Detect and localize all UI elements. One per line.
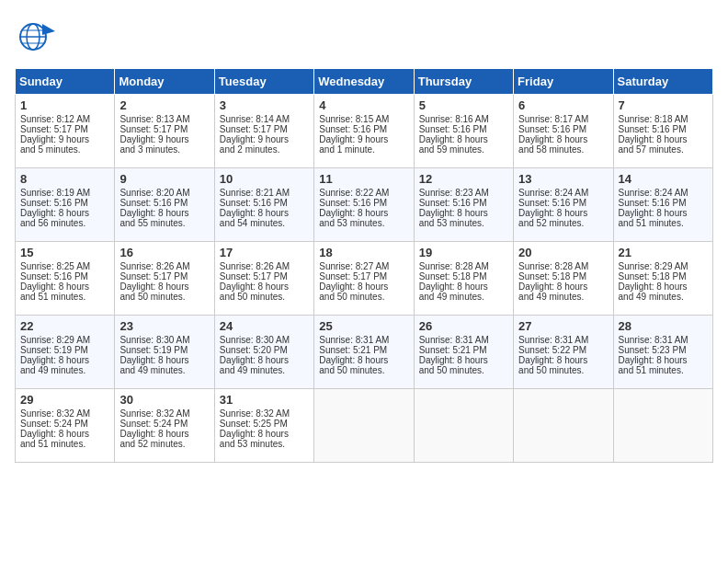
day-info: Sunset: 5:16 PM [20, 271, 109, 282]
day-number: 11 [319, 172, 408, 186]
day-info: Daylight: 9 hours [319, 134, 408, 144]
calendar-cell: 13Sunrise: 8:24 AMSunset: 5:16 PMDayligh… [514, 168, 613, 242]
day-info: and 49 minutes. [20, 365, 109, 375]
day-info: Daylight: 8 hours [419, 134, 508, 144]
calendar-cell: 16Sunrise: 8:26 AMSunset: 5:17 PMDayligh… [115, 242, 214, 316]
day-info: and 50 minutes. [419, 365, 508, 375]
day-info: and 50 minutes. [518, 365, 608, 375]
day-info: Sunrise: 8:22 AM [319, 188, 408, 198]
day-info: and 50 minutes. [319, 365, 408, 375]
day-info: and 59 minutes. [419, 144, 508, 155]
day-info: Sunrise: 8:26 AM [220, 261, 309, 271]
day-info: and 52 minutes. [518, 218, 608, 228]
day-info: Daylight: 8 hours [518, 208, 608, 218]
day-info: Sunrise: 8:20 AM [119, 188, 209, 198]
calendar-cell: 25Sunrise: 8:31 AMSunset: 5:21 PMDayligh… [314, 316, 414, 389]
day-info: Daylight: 8 hours [518, 355, 608, 365]
calendar-cell [613, 389, 712, 463]
calendar-cell: 17Sunrise: 8:26 AMSunset: 5:17 PMDayligh… [214, 242, 313, 316]
day-info: Sunset: 5:16 PM [518, 124, 608, 134]
day-info: Sunset: 5:17 PM [20, 124, 109, 134]
calendar-cell: 1Sunrise: 8:12 AMSunset: 5:17 PMDaylight… [16, 95, 115, 168]
calendar-cell: 14Sunrise: 8:24 AMSunset: 5:16 PMDayligh… [613, 168, 712, 242]
day-number: 29 [20, 393, 109, 407]
calendar-cell: 21Sunrise: 8:29 AMSunset: 5:18 PMDayligh… [613, 242, 712, 316]
day-info: Sunset: 5:16 PM [518, 198, 608, 208]
day-info: Daylight: 8 hours [220, 282, 309, 292]
calendar-cell: 29Sunrise: 8:32 AMSunset: 5:24 PMDayligh… [16, 389, 115, 463]
day-number: 9 [119, 172, 209, 186]
day-info: and 56 minutes. [20, 218, 109, 228]
day-info: Sunrise: 8:31 AM [619, 335, 708, 345]
day-info: and 1 minute. [319, 144, 408, 155]
day-info: and 5 minutes. [20, 144, 109, 155]
logo-icon [15, 15, 59, 59]
day-info: Sunset: 5:22 PM [518, 345, 608, 355]
day-number: 4 [319, 98, 408, 112]
day-number: 28 [619, 319, 708, 333]
calendar-cell: 8Sunrise: 8:19 AMSunset: 5:16 PMDaylight… [16, 168, 115, 242]
calendar-cell: 7Sunrise: 8:18 AMSunset: 5:16 PMDaylight… [613, 95, 712, 168]
day-info: Sunrise: 8:19 AM [20, 188, 109, 198]
day-info: Daylight: 8 hours [619, 282, 708, 292]
calendar-cell: 3Sunrise: 8:14 AMSunset: 5:17 PMDaylight… [214, 95, 313, 168]
day-info: and 58 minutes. [518, 144, 608, 155]
day-info: Daylight: 9 hours [220, 134, 309, 144]
day-info: Sunset: 5:24 PM [119, 419, 209, 429]
calendar-cell: 24Sunrise: 8:30 AMSunset: 5:20 PMDayligh… [214, 316, 313, 389]
day-info: and 51 minutes. [619, 365, 708, 375]
col-header-friday: Friday [514, 69, 613, 95]
svg-marker-5 [42, 24, 55, 35]
day-info: Sunrise: 8:30 AM [220, 335, 309, 345]
day-info: Sunset: 5:16 PM [319, 124, 408, 134]
day-number: 31 [220, 393, 309, 407]
day-info: and 2 minutes. [220, 144, 309, 155]
day-info: Daylight: 8 hours [518, 282, 608, 292]
day-number: 5 [419, 98, 508, 112]
day-number: 23 [119, 319, 209, 333]
day-info: Daylight: 8 hours [220, 429, 309, 439]
day-info: Daylight: 8 hours [419, 282, 508, 292]
col-header-tuesday: Tuesday [214, 69, 313, 95]
col-header-thursday: Thursday [414, 69, 513, 95]
day-info: Sunset: 5:16 PM [20, 198, 109, 208]
day-info: Sunrise: 8:31 AM [319, 335, 408, 345]
day-info: Daylight: 8 hours [619, 208, 708, 218]
calendar-cell: 6Sunrise: 8:17 AMSunset: 5:16 PMDaylight… [514, 95, 613, 168]
day-info: Sunset: 5:16 PM [619, 124, 708, 134]
day-info: Sunrise: 8:31 AM [419, 335, 508, 345]
day-info: and 54 minutes. [220, 218, 309, 228]
day-info: and 53 minutes. [220, 439, 309, 449]
day-info: Sunrise: 8:17 AM [518, 114, 608, 124]
calendar-cell: 5Sunrise: 8:16 AMSunset: 5:16 PMDaylight… [414, 95, 513, 168]
day-info: Daylight: 8 hours [220, 208, 309, 218]
day-info: and 49 minutes. [518, 292, 608, 302]
calendar-cell [414, 389, 513, 463]
day-info: Sunset: 5:18 PM [619, 271, 708, 282]
day-info: and 50 minutes. [220, 292, 309, 302]
day-number: 21 [619, 246, 708, 259]
day-info: Sunrise: 8:32 AM [220, 408, 309, 419]
day-info: and 51 minutes. [619, 218, 708, 228]
day-info: Sunrise: 8:15 AM [319, 114, 408, 124]
day-number: 7 [619, 98, 708, 112]
day-info: Sunset: 5:17 PM [220, 124, 309, 134]
day-info: Daylight: 8 hours [119, 282, 209, 292]
day-info: Daylight: 8 hours [319, 355, 408, 365]
day-info: Sunset: 5:16 PM [619, 198, 708, 208]
logo [15, 15, 63, 59]
day-number: 30 [119, 393, 209, 407]
day-info: and 57 minutes. [619, 144, 708, 155]
day-info: and 50 minutes. [319, 292, 408, 302]
day-info: Daylight: 8 hours [619, 134, 708, 144]
day-info: Daylight: 8 hours [619, 355, 708, 365]
calendar-cell: 20Sunrise: 8:28 AMSunset: 5:18 PMDayligh… [514, 242, 613, 316]
day-info: Daylight: 8 hours [119, 208, 209, 218]
calendar-cell [314, 389, 414, 463]
calendar-cell: 23Sunrise: 8:30 AMSunset: 5:19 PMDayligh… [115, 316, 214, 389]
calendar-cell: 10Sunrise: 8:21 AMSunset: 5:16 PMDayligh… [214, 168, 313, 242]
day-info: Sunset: 5:16 PM [419, 124, 508, 134]
day-info: Sunset: 5:18 PM [518, 271, 608, 282]
calendar-cell: 9Sunrise: 8:20 AMSunset: 5:16 PMDaylight… [115, 168, 214, 242]
day-number: 16 [119, 246, 209, 259]
